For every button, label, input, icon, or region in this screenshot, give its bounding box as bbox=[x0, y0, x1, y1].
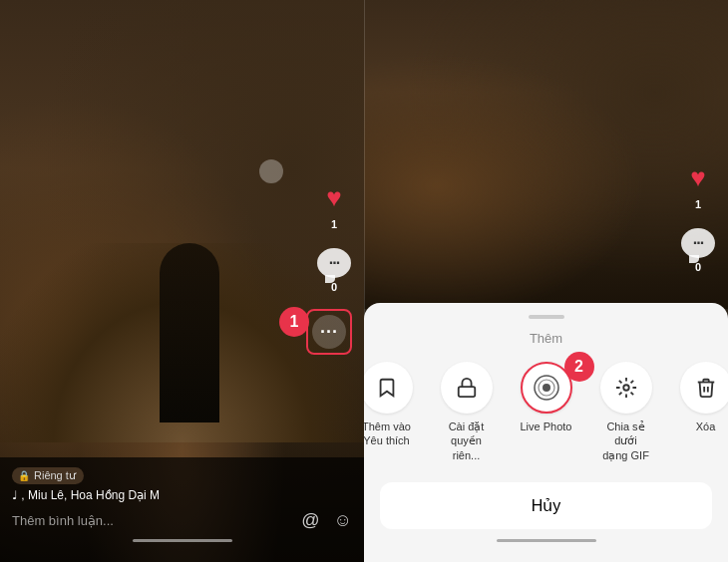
note-bubble bbox=[259, 159, 283, 183]
bottom-sheet: Thêm Thêm vàoYêu thích bbox=[364, 303, 728, 562]
more-dots-icon: ··· bbox=[320, 322, 338, 343]
trash-icon bbox=[680, 362, 729, 414]
comment-row: Thêm bình luận... @ ☺ bbox=[12, 510, 352, 531]
comment-action[interactable]: ··· 0 bbox=[317, 248, 351, 293]
action-buttons-right: ♥ 1 ··· 0 bbox=[680, 159, 716, 273]
comment-count-right: 0 bbox=[695, 261, 701, 273]
more-button-container: ··· bbox=[306, 309, 352, 355]
svg-point-3 bbox=[543, 384, 550, 392]
sheet-action-livephoto[interactable]: Live Photo 2 bbox=[517, 362, 576, 462]
left-panel: ♥ 1 ··· 0 1 ··· 🔒 Riêng tư ♩ , Miu Lê, H… bbox=[0, 0, 364, 562]
lock-icon: 🔒 bbox=[18, 470, 30, 481]
sheet-action-delete[interactable]: Xóa bbox=[676, 362, 729, 462]
delete-label: Xóa bbox=[696, 420, 716, 433]
comment-dots-left: ··· bbox=[329, 254, 339, 272]
svg-point-4 bbox=[623, 385, 629, 391]
comment-dots-right: ··· bbox=[693, 234, 703, 252]
comment-bubble-right: ··· bbox=[681, 228, 715, 258]
lock-settings-icon bbox=[441, 362, 493, 414]
comment-placeholder[interactable]: Thêm bình luận... bbox=[12, 513, 291, 528]
sheet-handle bbox=[529, 315, 564, 319]
sheet-action-gif[interactable]: Chia sẻ dướidạng GIF bbox=[596, 362, 656, 462]
panel-divider bbox=[364, 0, 365, 562]
sheet-actions: Thêm vàoYêu thích Cài đặtquyền riên... bbox=[364, 362, 728, 462]
step1-badge: 1 bbox=[279, 307, 309, 337]
livephoto-label: Live Photo bbox=[521, 420, 572, 433]
gif-label: Chia sẻ dướidạng GIF bbox=[596, 420, 656, 462]
bottom-bar-left: 🔒 Riêng tư ♩ , Miu Lê, Hoa Hồng Dại M Th… bbox=[0, 457, 364, 562]
sheet-action-privacy[interactable]: Cài đặtquyền riên... bbox=[437, 362, 497, 462]
comment-action-right[interactable]: ··· 0 bbox=[681, 228, 715, 273]
heart-action-right[interactable]: ♥ 1 bbox=[680, 159, 716, 210]
gif-icon bbox=[600, 362, 652, 414]
heart-count-right: 1 bbox=[695, 198, 701, 210]
song-info: ♩ , Miu Lê, Hoa Hồng Dại M bbox=[12, 488, 352, 502]
at-icon[interactable]: @ bbox=[301, 510, 319, 531]
step2-badge: 2 bbox=[564, 352, 594, 382]
video-background-right bbox=[364, 0, 728, 309]
sheet-action-save[interactable]: Thêm vàoYêu thích bbox=[364, 362, 417, 462]
comment-count-left: 0 bbox=[331, 281, 337, 293]
privacy-label: Cài đặtquyền riên... bbox=[437, 420, 497, 462]
comment-icons: @ ☺ bbox=[301, 510, 352, 531]
save-label: Thêm vàoYêu thích bbox=[364, 420, 411, 448]
private-badge: 🔒 Riêng tư bbox=[12, 467, 84, 484]
bookmark-icon bbox=[364, 362, 413, 414]
action-buttons-left: ♥ 1 ··· 0 bbox=[316, 179, 352, 293]
more-button[interactable]: ··· bbox=[312, 315, 346, 349]
comment-bubble-left: ··· bbox=[317, 248, 351, 278]
home-indicator-right bbox=[497, 539, 596, 542]
right-panel: ♥ 1 ··· 0 Thêm Thêm vàoYêu thích bbox=[364, 0, 728, 562]
heart-icon-right: ♥ bbox=[680, 159, 716, 195]
heart-icon-left: ♥ bbox=[316, 179, 352, 215]
emoji-icon[interactable]: ☺ bbox=[334, 510, 352, 531]
sheet-title: Thêm bbox=[364, 331, 728, 346]
cancel-button[interactable]: Hủy bbox=[380, 482, 712, 529]
home-indicator-left bbox=[133, 539, 232, 542]
more-button-highlight: ··· bbox=[306, 309, 352, 355]
heart-count-left: 1 bbox=[331, 218, 337, 230]
person-silhouette bbox=[160, 243, 219, 422]
heart-action[interactable]: ♥ 1 bbox=[316, 179, 352, 230]
svg-rect-0 bbox=[458, 387, 475, 397]
